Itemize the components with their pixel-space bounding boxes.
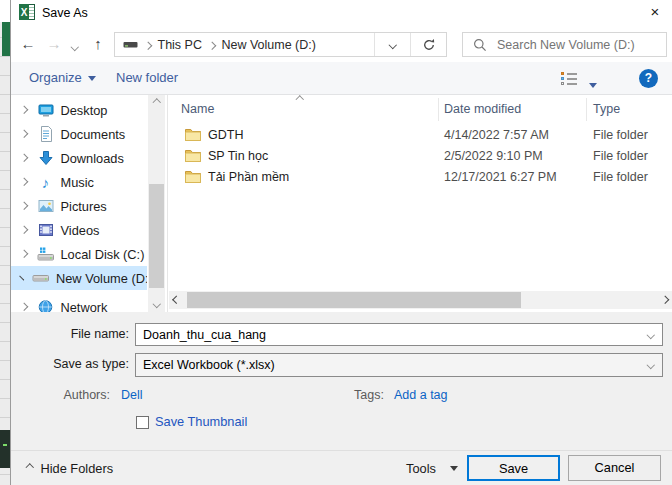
save-thumbnail-checkbox[interactable] bbox=[136, 416, 149, 429]
chevron-down-icon bbox=[589, 83, 597, 88]
sidebar-item-music[interactable]: ♪ Music bbox=[11, 170, 147, 194]
recent-locations-dropdown[interactable] bbox=[67, 27, 83, 61]
scrollbar-thumb[interactable] bbox=[187, 292, 521, 308]
search-box bbox=[462, 32, 667, 57]
excel-green-strip bbox=[2, 22, 10, 56]
sidebar-item-local-disk-c[interactable]: Local Disk (C:) bbox=[11, 242, 147, 266]
sidebar-item-desktop[interactable]: Desktop bbox=[11, 98, 147, 122]
folder-icon bbox=[185, 149, 201, 162]
breadcrumb-new-volume[interactable]: New Volume (D:) bbox=[221, 38, 315, 52]
file-name: GDTH bbox=[208, 128, 243, 142]
videos-icon bbox=[37, 222, 55, 238]
chevron-up-icon bbox=[153, 99, 161, 107]
sidebar-item-new-volume-d[interactable]: New Volume (D:) bbox=[11, 266, 147, 290]
chevron-right-icon bbox=[208, 42, 216, 50]
new-folder-button[interactable]: New folder bbox=[116, 62, 178, 94]
sidebar-item-pictures[interactable]: Pictures bbox=[11, 194, 147, 218]
table-row[interactable]: Tải Phần mềm 12/17/2021 6:27 PM File fol… bbox=[169, 167, 672, 188]
sidebar-item-downloads[interactable]: Downloads bbox=[11, 146, 147, 170]
hide-folders-button[interactable]: Hide Folders bbox=[21, 451, 119, 485]
tools-button[interactable]: Tools bbox=[406, 451, 458, 485]
scroll-left-button[interactable] bbox=[169, 291, 185, 309]
title-bar: X Save As × bbox=[11, 0, 672, 26]
chevron-left-icon bbox=[173, 296, 181, 304]
folder-icon bbox=[185, 170, 201, 183]
file-name-input[interactable] bbox=[136, 324, 639, 345]
forward-button[interactable]: → bbox=[43, 27, 65, 61]
address-dropdown-button[interactable] bbox=[374, 33, 410, 56]
file-date: 2/5/2022 9:10 PM bbox=[444, 149, 543, 163]
help-icon[interactable]: ? bbox=[639, 69, 658, 88]
save-button[interactable]: Save bbox=[467, 455, 560, 481]
window-title: Save As bbox=[42, 0, 88, 26]
add-a-tag-link[interactable]: Add a tag bbox=[394, 388, 448, 402]
close-icon[interactable]: × bbox=[639, 0, 671, 24]
file-date: 12/17/2021 6:27 PM bbox=[444, 170, 557, 184]
scroll-down-button[interactable] bbox=[148, 296, 165, 312]
expand-chevron-icon[interactable] bbox=[20, 106, 28, 114]
excel-app-icon: X bbox=[19, 4, 36, 21]
scrollbar-thumb[interactable] bbox=[149, 184, 164, 288]
file-list: Name Date modified Type GDTH 4/14/2022 7… bbox=[169, 95, 672, 312]
downloads-icon bbox=[37, 150, 55, 166]
drive-icon bbox=[32, 270, 50, 286]
save-thumbnail-label: Save Thumbnail bbox=[155, 414, 247, 429]
footer-bar: Hide Folders Tools Save Cancel bbox=[11, 450, 672, 485]
expand-chevron-icon[interactable] bbox=[20, 250, 28, 258]
file-name: SP Tin học bbox=[208, 149, 268, 163]
expand-chevron-icon[interactable] bbox=[20, 226, 28, 234]
change-view-button[interactable] bbox=[561, 72, 577, 85]
sidebar-item-network[interactable]: Network bbox=[11, 296, 147, 312]
save-as-type-select[interactable]: Excel Workbook (*.xlsx) bbox=[135, 353, 663, 377]
up-button[interactable]: ↑ bbox=[87, 27, 109, 61]
chevron-down-icon[interactable] bbox=[646, 331, 654, 339]
chevron-down-icon bbox=[450, 466, 458, 471]
scroll-up-button[interactable] bbox=[148, 95, 165, 111]
column-header-type[interactable]: Type bbox=[593, 102, 620, 116]
sidebar-item-documents[interactable]: Documents bbox=[11, 122, 147, 146]
save-as-dialog: X Save As × ← → ↑ This PC New Volume (D:… bbox=[10, 0, 672, 485]
expand-chevron-icon[interactable] bbox=[20, 154, 28, 162]
folder-icon bbox=[185, 128, 201, 141]
tree-scrollbar[interactable] bbox=[148, 95, 165, 312]
file-type: File folder bbox=[593, 170, 648, 184]
network-icon bbox=[37, 299, 55, 312]
chevron-down-icon bbox=[389, 41, 397, 49]
documents-icon bbox=[37, 126, 55, 142]
expand-chevron-icon[interactable] bbox=[20, 178, 28, 186]
pictures-icon bbox=[37, 198, 55, 214]
expand-chevron-icon[interactable] bbox=[20, 303, 28, 311]
table-row[interactable]: SP Tin học 2/5/2022 9:10 PM File folder bbox=[169, 146, 672, 167]
excel-window-behind bbox=[0, 0, 10, 485]
file-type: File folder bbox=[593, 149, 648, 163]
command-toolbar: Organize New folder ? bbox=[11, 62, 672, 95]
chevron-up-icon bbox=[26, 464, 34, 472]
refresh-button[interactable] bbox=[410, 33, 446, 56]
authors-value[interactable]: Dell bbox=[121, 388, 143, 402]
file-name-label: File name: bbox=[11, 327, 129, 341]
music-icon: ♪ bbox=[37, 174, 55, 190]
local-disk-icon bbox=[37, 246, 55, 262]
cancel-button[interactable]: Cancel bbox=[568, 455, 661, 481]
search-icon bbox=[473, 38, 487, 52]
column-header-date-modified[interactable]: Date modified bbox=[444, 102, 521, 116]
chevron-right-icon bbox=[144, 42, 152, 50]
back-button[interactable]: ← bbox=[17, 27, 39, 61]
expand-chevron-icon[interactable] bbox=[19, 276, 24, 281]
organize-button[interactable]: Organize bbox=[29, 62, 96, 94]
table-row[interactable]: GDTH 4/14/2022 7:57 AM File folder bbox=[169, 125, 672, 146]
breadcrumb-this-pc[interactable]: This PC bbox=[158, 38, 202, 52]
sidebar-item-videos[interactable]: Videos bbox=[11, 218, 147, 242]
search-input[interactable] bbox=[495, 37, 666, 53]
expand-chevron-icon[interactable] bbox=[20, 202, 28, 210]
scroll-right-button[interactable] bbox=[657, 291, 672, 309]
file-name: Tải Phần mềm bbox=[208, 170, 289, 184]
chevron-down-icon bbox=[71, 42, 79, 50]
view-dropdown-button[interactable] bbox=[589, 76, 597, 94]
horizontal-scrollbar[interactable] bbox=[169, 291, 672, 309]
column-header-name[interactable]: Name bbox=[181, 102, 214, 116]
expand-chevron-icon[interactable] bbox=[20, 130, 28, 138]
file-date: 4/14/2022 7:57 AM bbox=[444, 128, 549, 142]
chevron-right-icon bbox=[661, 296, 669, 304]
authors-label: Authors: bbox=[56, 388, 110, 402]
